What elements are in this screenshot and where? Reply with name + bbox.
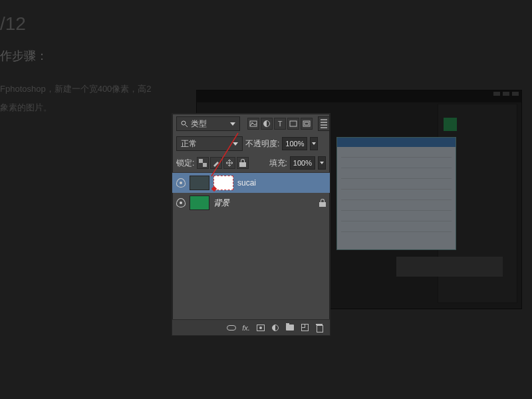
layer-thumbnail[interactable] <box>190 196 209 210</box>
svg-line-1 <box>186 125 188 127</box>
bg-strip <box>396 257 503 277</box>
layer-row-sucai[interactable]: sucai <box>172 173 330 193</box>
chevron-down-icon <box>230 122 235 126</box>
step-body: Fphotoshop，新建一个宽400像素，高2 象素的图片。 <box>0 80 152 117</box>
lock-label: 锁定: <box>176 158 194 169</box>
fill-value: 100% <box>293 159 312 167</box>
new-doc-dialog <box>336 137 456 250</box>
lock-icon <box>319 199 326 207</box>
filter-type-label: 类型 <box>191 118 207 130</box>
step-title: 作步骤： <box>0 48 152 64</box>
article-background: /12 作步骤： Fphotoshop，新建一个宽400像素，高2 象素的图片。 <box>0 0 152 117</box>
fill-slider-toggle[interactable] <box>318 156 326 170</box>
lock-transparency-icon[interactable] <box>197 157 209 169</box>
panel-menu-icon[interactable] <box>318 116 330 131</box>
filter-adjust-icon[interactable] <box>261 118 273 130</box>
layer-mask-thumbnail[interactable] <box>213 176 233 190</box>
blend-row: 正常 不透明度: 100% <box>172 134 330 154</box>
layer-name[interactable]: sucai <box>237 178 256 188</box>
filter-smart-icon[interactable] <box>301 118 313 130</box>
filter-icon-row: T <box>247 118 313 130</box>
svg-point-0 <box>182 121 186 125</box>
lock-buttons <box>197 157 249 169</box>
opacity-value: 100% <box>285 140 304 148</box>
body-line: 象素的图片。 <box>0 98 152 117</box>
step-number: /12 <box>0 13 152 35</box>
filter-pixel-icon[interactable] <box>247 118 259 130</box>
visibility-icon[interactable] <box>176 198 186 207</box>
lock-all-icon[interactable] <box>237 157 249 169</box>
link-layers-icon[interactable] <box>226 323 237 332</box>
layers-panel: 类型 T 正常 不透明度: 100% 锁定: 填充: <box>172 113 331 336</box>
lock-row: 锁定: 填充: 100% <box>172 154 330 173</box>
layer-name[interactable]: 背景 <box>213 198 229 209</box>
chevron-down-icon <box>312 142 316 145</box>
opacity-input[interactable]: 100% <box>282 137 307 150</box>
visibility-icon[interactable] <box>176 178 186 188</box>
blend-mode-dropdown[interactable]: 正常 <box>176 136 243 151</box>
lock-paint-icon[interactable] <box>210 157 222 169</box>
filter-row: 类型 T <box>172 114 330 134</box>
opacity-label: 不透明度: <box>245 138 279 150</box>
svg-rect-7 <box>199 159 203 163</box>
filter-type-dropdown[interactable]: 类型 <box>176 116 240 131</box>
lock-position-icon[interactable] <box>223 157 235 169</box>
svg-rect-4 <box>290 121 297 126</box>
chevron-down-icon <box>233 142 238 146</box>
layers-footer: fx. <box>172 319 330 335</box>
search-icon <box>181 120 188 128</box>
layer-fx-icon[interactable]: fx. <box>241 323 251 332</box>
fill-input[interactable]: 100% <box>290 156 315 170</box>
new-group-icon[interactable] <box>285 323 295 332</box>
add-mask-icon[interactable] <box>255 323 266 332</box>
new-layer-icon[interactable] <box>299 323 310 332</box>
svg-rect-8 <box>203 163 207 167</box>
new-adjustment-icon[interactable] <box>270 323 281 332</box>
filter-text-icon[interactable]: T <box>274 118 286 130</box>
opacity-slider-toggle[interactable] <box>310 137 318 150</box>
fill-label: 填充: <box>269 158 287 169</box>
titlebar <box>197 90 521 102</box>
chevron-down-icon <box>320 162 324 164</box>
body-line: Fphotoshop，新建一个宽400像素，高2 <box>0 80 152 98</box>
layer-row-background[interactable]: 背景 <box>172 193 330 213</box>
svg-rect-6 <box>305 122 309 125</box>
blend-mode-label: 正常 <box>181 138 197 150</box>
filter-shape-icon[interactable] <box>287 118 299 130</box>
color-swatch <box>444 118 457 131</box>
delete-layer-icon[interactable] <box>314 323 325 332</box>
layer-thumbnail[interactable] <box>190 176 209 190</box>
annotation-diamond-icon <box>211 186 217 192</box>
